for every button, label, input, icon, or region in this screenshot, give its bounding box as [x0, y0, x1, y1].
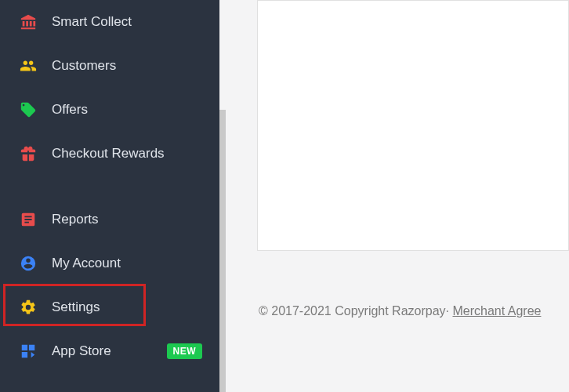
sidebar-scrollbar[interactable] — [219, 110, 226, 392]
merchant-agreement-link[interactable]: Merchant Agree — [452, 304, 541, 318]
sidebar: Smart Collect Customers Offers Checkout … — [0, 0, 219, 392]
sidebar-item-label: Checkout Rewards — [52, 146, 165, 162]
sidebar-item-reports[interactable]: Reports — [0, 198, 219, 241]
user-circle-icon — [19, 254, 38, 273]
sidebar-item-smart-collect[interactable]: Smart Collect — [0, 0, 219, 44]
content-card — [257, 0, 569, 251]
sidebar-item-label: Offers — [52, 102, 88, 118]
gear-icon — [19, 298, 38, 317]
tag-icon — [19, 100, 38, 119]
sidebar-item-offers[interactable]: Offers — [0, 88, 219, 132]
sidebar-item-settings[interactable]: Settings — [0, 285, 219, 329]
sidebar-item-label: My Account — [52, 256, 121, 271]
people-icon — [19, 56, 38, 75]
bank-icon — [19, 13, 38, 31]
main-area: © 2017-2021 Copyright Razorpay· Merchant… — [226, 0, 569, 392]
sidebar-item-customers[interactable]: Customers — [0, 44, 219, 88]
sidebar-item-label: Settings — [52, 299, 100, 315]
sidebar-item-label: Customers — [52, 58, 116, 74]
new-badge: NEW — [167, 343, 203, 359]
copyright-text: © 2017-2021 Copyright Razorpay· — [259, 304, 452, 318]
sidebar-item-label: Smart Collect — [52, 14, 132, 30]
sidebar-item-app-store[interactable]: App Store NEW — [0, 329, 219, 373]
report-icon — [19, 210, 38, 229]
apps-icon — [19, 342, 38, 361]
sidebar-section-gap — [0, 176, 219, 198]
sidebar-item-checkout-rewards[interactable]: Checkout Rewards — [0, 132, 219, 176]
sidebar-item-my-account[interactable]: My Account — [0, 241, 219, 285]
footer: © 2017-2021 Copyright Razorpay· Merchant… — [259, 304, 541, 318]
gift-icon — [19, 144, 38, 163]
sidebar-item-label: Reports — [52, 212, 99, 227]
sidebar-item-label: App Store — [52, 343, 111, 359]
